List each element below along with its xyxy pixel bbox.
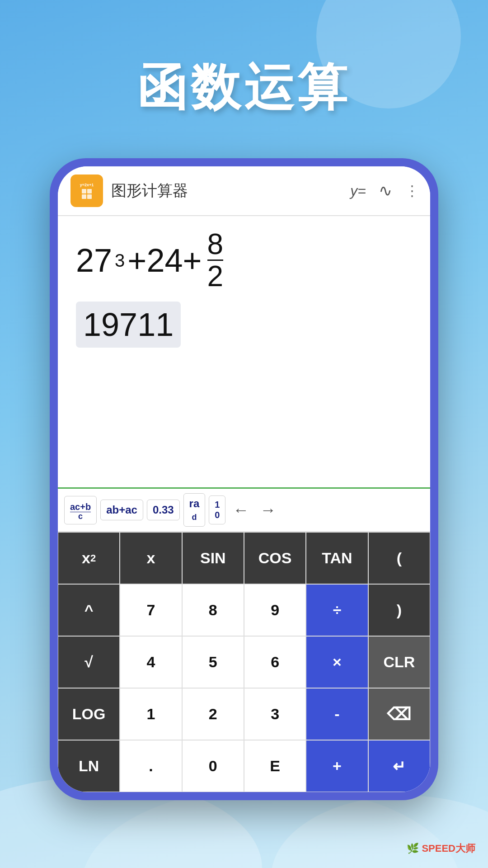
fraction-numerator: 8 — [207, 230, 224, 261]
close-paren-label: ) — [397, 601, 402, 619]
sin-key[interactable]: SIN — [182, 532, 244, 584]
grid-cell-3 — [82, 194, 86, 199]
multiply-label: × — [333, 653, 342, 671]
five-key[interactable]: 5 — [182, 636, 244, 688]
open-paren-label: ( — [397, 549, 402, 567]
sin-label: SIN — [200, 549, 226, 567]
nav-right-arrow[interactable]: → — [256, 499, 280, 521]
formula-decimal-btn[interactable]: 0.33 — [147, 500, 180, 520]
formula-bar: ac+b c ab+ac 0.33 rad 10 ← → — [58, 487, 430, 531]
app-icon-grid — [82, 189, 92, 199]
plus-key[interactable]: + — [306, 740, 368, 792]
app-icon[interactable]: y=2x+1 — [70, 175, 103, 207]
eight-label: 8 — [209, 601, 217, 619]
two-key[interactable]: 2 — [182, 688, 244, 740]
ln-label: LN — [79, 757, 99, 775]
fraction-denominator: 2 — [207, 261, 224, 291]
cos-label: COS — [258, 549, 292, 567]
page-title: 函数运算 — [0, 54, 488, 122]
grid-cell-4 — [87, 194, 92, 199]
power-key[interactable]: ^ — [58, 584, 120, 636]
three-key[interactable]: 3 — [244, 688, 306, 740]
two-label: 2 — [209, 705, 217, 723]
three-label: 3 — [271, 705, 279, 723]
formula-rad-btn[interactable]: rad — [183, 493, 206, 527]
nav-left-arrow[interactable]: ← — [229, 499, 253, 521]
log-key[interactable]: LOG — [58, 688, 120, 740]
keyboard-area: ac+b c ab+ac 0.33 rad 10 ← → — [58, 487, 430, 792]
result-container: 19711 — [76, 298, 412, 348]
formula-rad-label: rad — [189, 497, 200, 522]
e-label: E — [270, 757, 280, 775]
five-label: 5 — [209, 653, 217, 671]
seven-label: 7 — [147, 601, 155, 619]
expression-line: 273+24+ 8 2 — [76, 230, 412, 291]
phone-frame: y=2x+1 图形计算器 y= ∿ ⋮ 273+24+ 8 — [50, 158, 438, 800]
dot-label: . — [149, 757, 153, 775]
sqrt-key[interactable]: √ — [58, 636, 120, 688]
power-label: ^ — [84, 601, 94, 619]
watermark-brand: SPEED大师 — [422, 843, 475, 854]
clear-label: CLR — [383, 653, 415, 671]
e-key[interactable]: E — [244, 740, 306, 792]
divide-key[interactable]: ÷ — [306, 584, 368, 636]
plus-label: + — [333, 757, 342, 775]
ln-key[interactable]: LN — [58, 740, 120, 792]
six-label: 6 — [271, 653, 279, 671]
clear-key[interactable]: CLR — [368, 636, 430, 688]
x-key[interactable]: x — [120, 532, 182, 584]
tan-label: TAN — [322, 549, 352, 567]
zero-label: 0 — [209, 757, 217, 775]
result-line: 19711 — [76, 302, 181, 348]
dot-key[interactable]: . — [120, 740, 182, 792]
expr-plus-24: +24+ — [127, 242, 202, 279]
sqrt-label: √ — [84, 653, 93, 671]
watermark: 🌿 SPEED大师 — [407, 842, 475, 855]
grid-cell-2 — [87, 189, 92, 193]
formula-10-label: 10 — [215, 500, 220, 520]
more-options-icon[interactable]: ⋮ — [405, 182, 418, 199]
backspace-icon: ⌫ — [387, 704, 411, 724]
app-title: 图形计算器 — [111, 180, 350, 201]
formula-decimal-label: 0.33 — [153, 504, 174, 516]
phone-screen: y=2x+1 图形计算器 y= ∿ ⋮ 273+24+ 8 — [58, 166, 430, 792]
four-label: 4 — [147, 653, 155, 671]
wave-icon[interactable]: ∿ — [379, 181, 392, 200]
enter-icon: ↵ — [393, 757, 405, 775]
minus-label: - — [334, 705, 339, 723]
zero-key[interactable]: 0 — [182, 740, 244, 792]
backspace-key[interactable]: ⌫ — [368, 688, 430, 740]
display-area: 273+24+ 8 2 19711 — [58, 216, 430, 487]
key-grid: x2 x SIN COS TAN ( ^ — [58, 531, 430, 792]
one-label: 1 — [147, 705, 155, 723]
open-paren-key[interactable]: ( — [368, 532, 430, 584]
six-key[interactable]: 6 — [244, 636, 306, 688]
four-key[interactable]: 4 — [120, 636, 182, 688]
enter-key[interactable]: ↵ — [368, 740, 430, 792]
seven-key[interactable]: 7 — [120, 584, 182, 636]
minus-key[interactable]: - — [306, 688, 368, 740]
header-icons: y= ∿ ⋮ — [350, 181, 418, 200]
multiply-key[interactable]: × — [306, 636, 368, 688]
divide-label: ÷ — [333, 601, 342, 619]
formula-10-btn[interactable]: 10 — [209, 495, 225, 524]
eight-key[interactable]: 8 — [182, 584, 244, 636]
y-equals-icon[interactable]: y= — [350, 183, 366, 199]
expr-base: 27 — [76, 242, 112, 279]
log-label: LOG — [72, 705, 106, 723]
fraction-formula-icon: ac+b c — [70, 502, 91, 520]
formula-expand-btn[interactable]: ab+ac — [100, 500, 143, 520]
one-key[interactable]: 1 — [120, 688, 182, 740]
formula-fraction-btn[interactable]: ac+b c — [64, 496, 97, 524]
nine-label: 9 — [271, 601, 279, 619]
grid-cell-1 — [82, 189, 86, 193]
close-paren-key[interactable]: ) — [368, 584, 430, 636]
x-squared-key[interactable]: x2 — [58, 532, 120, 584]
fraction: 8 2 — [207, 230, 224, 291]
watermark-leaf: 🌿 — [407, 843, 419, 854]
cos-key[interactable]: COS — [244, 532, 306, 584]
formula-expand-label: ab+ac — [106, 504, 137, 516]
tan-key[interactable]: TAN — [306, 532, 368, 584]
nine-key[interactable]: 9 — [244, 584, 306, 636]
x-label: x — [147, 549, 155, 567]
